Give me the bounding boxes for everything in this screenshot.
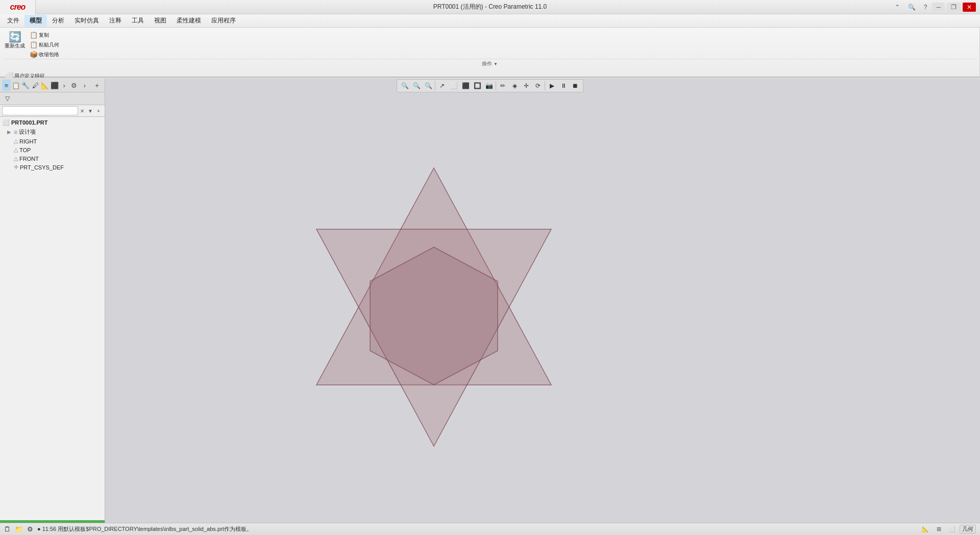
tree-item-root-label: PRT0001.PRT: [11, 119, 48, 126]
vtb-sep2: [496, 81, 496, 90]
viewport[interactable]: [105, 79, 980, 523]
vtb-sketch-mode[interactable]: ✏: [497, 80, 508, 91]
svg-rect-0: [105, 79, 980, 523]
ribbon-btn-copy[interactable]: 📋复制: [28, 31, 61, 39]
menu-file[interactable]: 文件: [2, 15, 24, 27]
tree-item-right-label: RIGHT: [19, 138, 37, 144]
menu-flexible[interactable]: 柔性建模: [172, 15, 206, 27]
left-panel-search: ✕ ▼ +: [0, 105, 105, 117]
lp-tab-more[interactable]: ⬛: [50, 80, 59, 91]
sb-view-btn[interactable]: 📐: [920, 524, 931, 534]
menu-view[interactable]: 视图: [149, 15, 172, 27]
close-btn[interactable]: ✕: [963, 3, 976, 12]
vtb-zoom-out[interactable]: 🔍: [411, 80, 422, 91]
tree-item-design[interactable]: ▶ ≡ 设计项: [0, 127, 105, 137]
left-panel-tabs: ≡ 📋 🔧 🖊 📐 ⬛ › ⚙ › +: [0, 79, 105, 92]
help-btn[interactable]: ?: [921, 3, 930, 12]
menu-analysis[interactable]: 分析: [47, 15, 69, 27]
sb-file-icon[interactable]: 🗒: [4, 525, 11, 533]
lp-tab-forward[interactable]: ›: [60, 80, 68, 91]
vtb-datum[interactable]: ◈: [509, 80, 520, 91]
lp-tab-settings[interactable]: ⚙: [69, 80, 78, 91]
regenerate-label: 重新生成: [5, 42, 25, 50]
menu-model[interactable]: 模型: [24, 15, 47, 27]
logo-text: creo: [10, 3, 26, 12]
right-expand: ▶: [7, 138, 12, 144]
sb-geometry-label: 几何: [960, 525, 976, 533]
vtb-play[interactable]: ▶: [546, 80, 557, 91]
lp-tab-layers[interactable]: 📋: [12, 80, 20, 91]
minimize-btn[interactable]: ─: [932, 3, 945, 12]
ribbon-group-operations: 🔄 重新生成 📋复制 📋粘贴几何 📦收缩包络 操作 ▼: [0, 28, 980, 68]
regenerate-icon: 🔄: [9, 32, 21, 42]
help-icon[interactable]: ⌃: [892, 3, 903, 12]
tree-item-top[interactable]: ▶ △ TOP: [0, 145, 105, 154]
root-icon: ⬜: [2, 119, 10, 126]
window-title: PRT0001 (活用的) - Creo Parametric 11.0: [433, 3, 547, 11]
tree-item-csys-label: PRT_CSYS_DEF: [20, 164, 64, 171]
tree-item-front[interactable]: ▶ △ FRONT: [0, 154, 105, 163]
restore-btn[interactable]: ❐: [947, 3, 961, 12]
search-icon[interactable]: 🔍: [905, 3, 919, 12]
design-icon: ≡: [14, 129, 17, 136]
vtb-stop[interactable]: ⏹: [570, 80, 581, 91]
lp-tab-expand[interactable]: ›: [79, 80, 90, 91]
vtb-hidden[interactable]: 🔲: [472, 80, 483, 91]
vtb-spin[interactable]: ⟳: [532, 80, 544, 91]
menubar: 文件 模型 分析 实时仿真 注释 工具 视图 柔性建模 应用程序: [0, 14, 980, 28]
lp-tab-csys[interactable]: 📐: [41, 80, 50, 91]
sb-screen-btn[interactable]: ⬜: [946, 524, 958, 534]
tree-item-front-label: FRONT: [19, 156, 39, 162]
lp-filter-icon[interactable]: ▽: [2, 93, 12, 104]
sb-folder-icon[interactable]: 📁: [15, 525, 23, 533]
search-expand-btn[interactable]: ▼: [86, 106, 94, 115]
left-panel: ≡ 📋 🔧 🖊 📐 ⬛ › ⚙ › + ▽ ✕ ▼ + ⬜ PRT0001.PR…: [0, 79, 105, 523]
design-expand: ▶: [7, 129, 12, 135]
view-toolbar: 🔍 🔍 🔍 ↗ ⬜ ⬛ 🔲 📷 ✏ ◈ ✛ ⟳ ▶ ⏸ ⏹: [397, 79, 583, 92]
lp-tab-sketch[interactable]: 🖊: [31, 80, 40, 91]
statusbar: 🗒 📁 ⚙ ● 11:56 用默认模板$PRO_DIRECTORY\templa…: [0, 523, 980, 535]
tree-item-csys[interactable]: ▶ ✛ PRT_CSYS_DEF: [0, 163, 105, 172]
window-controls: ⌃ 🔍 ? ─ ❐ ✕: [892, 3, 976, 12]
vtb-pause[interactable]: ⏸: [558, 80, 569, 91]
menu-applications[interactable]: 应用程序: [206, 15, 241, 27]
menu-annotation[interactable]: 注释: [104, 15, 127, 27]
paste-geo-icon: 📋: [30, 41, 38, 48]
search-add-btn[interactable]: +: [94, 106, 103, 115]
csys-expand: ▶: [7, 164, 12, 170]
menu-tools[interactable]: 工具: [127, 15, 149, 27]
vtb-zoom-fit[interactable]: 🔍: [423, 80, 434, 91]
vtb-sep3: [545, 81, 545, 90]
top-icon: △: [14, 147, 18, 153]
vtb-wireframe[interactable]: ⬜: [448, 80, 459, 91]
tree-item-top-label: TOP: [19, 147, 31, 153]
ribbon-group-label-operations: 操作 ▼: [3, 59, 976, 67]
left-panel-toolbar: ▽: [0, 92, 105, 105]
lp-tab-props[interactable]: 🔧: [21, 80, 30, 91]
menu-simulation[interactable]: 实时仿真: [69, 15, 104, 27]
search-clear-btn[interactable]: ✕: [78, 106, 86, 115]
front-expand: ▶: [7, 156, 12, 161]
top-expand: ▶: [7, 147, 12, 153]
vtb-rotate[interactable]: ↗: [436, 80, 448, 91]
shrink-icon: 📦: [30, 51, 38, 58]
lp-tab-tree[interactable]: ≡: [2, 80, 11, 91]
csys-icon2: ✛: [14, 164, 18, 171]
vtb-snapshot[interactable]: 📷: [483, 80, 495, 91]
vtb-csys-display[interactable]: ✛: [521, 80, 532, 91]
ribbon-btn-regenerate[interactable]: 🔄 重新生成: [3, 31, 27, 51]
vtb-zoom-in[interactable]: 🔍: [399, 80, 410, 91]
tree-item-right[interactable]: ▶ △ RIGHT: [0, 137, 105, 145]
tree-item-root[interactable]: ⬜ PRT0001.PRT: [0, 118, 105, 127]
creo-logo[interactable]: creo: [0, 0, 36, 14]
lp-tab-add[interactable]: +: [91, 80, 103, 91]
vtb-shaded[interactable]: ⬛: [460, 80, 471, 91]
tree-search-input[interactable]: [2, 106, 78, 115]
statusbar-right: 📐 ⊞ ⬜ 几何: [920, 524, 976, 534]
ribbon-btn-shrink[interactable]: 📦收缩包络: [28, 50, 61, 59]
front-icon: △: [14, 155, 18, 162]
sb-settings-icon[interactable]: ⚙: [27, 525, 33, 533]
right-icon: △: [14, 138, 18, 144]
sb-grid-btn[interactable]: ⊞: [933, 524, 944, 534]
ribbon-btn-paste-geo[interactable]: 📋粘贴几何: [28, 40, 61, 49]
